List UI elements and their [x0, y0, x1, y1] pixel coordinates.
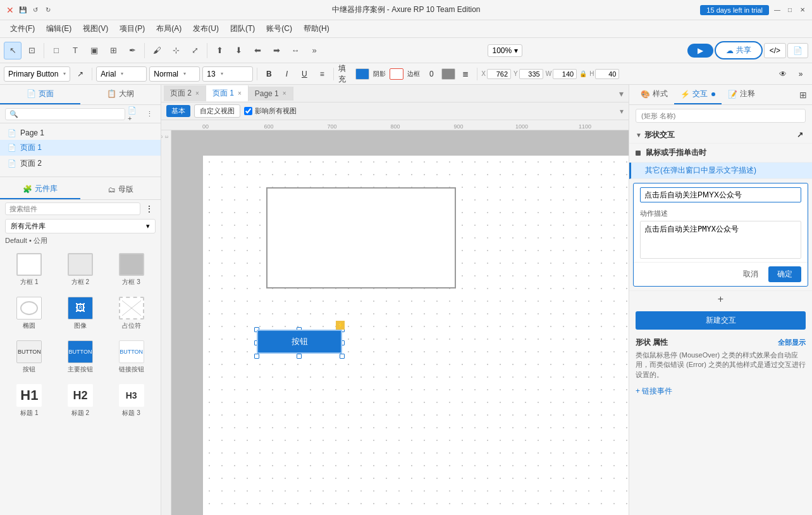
share-button[interactable]: ☁ 共享: [715, 41, 763, 59]
canvas-tab-page2-close[interactable]: ×: [195, 90, 199, 97]
format-tool[interactable]: ⊹: [167, 42, 185, 59]
select-tool[interactable]: ↖: [4, 42, 22, 59]
widget-type-selector[interactable]: Primary Button ▾: [4, 66, 70, 82]
menu-view[interactable]: 视图(V): [78, 22, 113, 36]
shadow-color-picker[interactable]: [390, 68, 403, 80]
handle-br[interactable]: [340, 354, 345, 359]
align-top[interactable]: ⬆: [211, 42, 228, 59]
underline-button[interactable]: U: [297, 66, 312, 82]
font-style-selector[interactable]: Normal ▾: [149, 66, 200, 82]
x-value[interactable]: 762: [487, 69, 511, 79]
font-selector[interactable]: Arial ▾: [96, 66, 147, 82]
undo-icon[interactable]: ↺: [30, 5, 40, 15]
bold-button[interactable]: B: [261, 66, 276, 82]
menu-file[interactable]: 文件(F): [5, 22, 40, 36]
show-all-button[interactable]: 全部显示: [778, 338, 806, 347]
canvas-more-button[interactable]: ▾: [620, 107, 624, 116]
list-button[interactable]: ≡: [314, 66, 329, 82]
canvas-tab-page1-en[interactable]: Page 1 ×: [249, 87, 293, 101]
library-dropdown[interactable]: 所有元件库 ▾: [5, 219, 156, 233]
align-bottom[interactable]: ⬇: [230, 42, 247, 59]
menu-edit[interactable]: 编辑(E): [41, 22, 77, 36]
comp-box1[interactable]: 方框 1: [5, 249, 54, 290]
pages-tab[interactable]: 📄 页面: [0, 85, 80, 104]
w-value[interactable]: 140: [553, 69, 577, 79]
more-properties-icon[interactable]: »: [793, 66, 808, 82]
interaction-tab[interactable]: ⚡ 交互: [674, 85, 722, 104]
handle-bl[interactable]: [254, 354, 259, 359]
interaction-badge[interactable]: ⚡: [336, 321, 345, 330]
align-left[interactable]: ⬅: [249, 42, 266, 59]
canvas-tab-page1-en-close[interactable]: ×: [283, 90, 286, 97]
page-item-page1-cn[interactable]: 📄 页面 1: [0, 140, 161, 156]
minimize-button[interactable]: —: [773, 6, 782, 15]
save-icon[interactable]: 💾: [18, 5, 28, 15]
canvas-rectangle[interactable]: [266, 187, 456, 289]
canvas-tab-page1[interactable]: 页面 1 ×: [206, 85, 249, 101]
widget-tool[interactable]: ▣: [85, 42, 103, 59]
canvas-tabs-more[interactable]: ▾: [614, 89, 629, 99]
masters-tab[interactable]: 🗂 母版: [80, 180, 161, 199]
text-tool[interactable]: T: [66, 42, 84, 59]
new-interaction-button[interactable]: 新建交互: [636, 311, 806, 330]
menu-team[interactable]: 团队(T): [225, 22, 260, 36]
brush-tool[interactable]: 🖌: [148, 42, 166, 59]
preview-button[interactable]: ▶: [687, 44, 713, 58]
redo-icon[interactable]: ↻: [43, 5, 53, 15]
trial-badge[interactable]: 15 days left in trial: [700, 5, 769, 15]
more-tools[interactable]: »: [305, 42, 323, 59]
export-icon[interactable]: ↗: [794, 129, 806, 140]
popup-cancel-button[interactable]: 取消: [738, 266, 763, 282]
action-item-selected[interactable]: 其它(在弹出窗口中显示文字描述): [629, 163, 812, 179]
y-value[interactable]: 335: [519, 69, 543, 79]
comp-library-tab[interactable]: 🧩 元件库: [0, 180, 80, 199]
page-item-page1[interactable]: 📄 Page 1: [0, 126, 161, 140]
comp-primary-button[interactable]: BUTTON 主要按钮: [56, 337, 105, 378]
comp-h1[interactable]: H1 标题 1: [5, 380, 54, 421]
handle-bm[interactable]: [297, 354, 302, 359]
resize-tool[interactable]: ⤢: [186, 42, 204, 59]
style-tab[interactable]: 🎨 样式: [634, 85, 674, 104]
italic-button[interactable]: I: [279, 66, 294, 82]
widget-type-icon[interactable]: ↗: [73, 66, 88, 82]
font-size-selector[interactable]: 13 ▾: [202, 66, 253, 82]
fill-color-picker[interactable]: [355, 68, 369, 80]
comp-box2[interactable]: 方框 2: [56, 249, 105, 290]
distribute-h[interactable]: ↔: [286, 42, 304, 59]
comp-h2[interactable]: H2 标题 2: [56, 380, 105, 421]
comp-image[interactable]: 🖼 图像: [56, 293, 105, 334]
popup-textarea[interactable]: 点击后自动关注PMYX公众号: [640, 221, 801, 259]
menu-project[interactable]: 项目(P): [114, 22, 150, 36]
maximize-button[interactable]: □: [785, 6, 794, 15]
publish-button[interactable]: 📄: [787, 43, 808, 58]
border-color-picker[interactable]: [441, 68, 455, 80]
menu-account[interactable]: 账号(C): [261, 22, 297, 36]
panel-extra-button[interactable]: ⊞: [799, 90, 807, 100]
comp-h3[interactable]: H3 标题 3: [107, 380, 156, 421]
page-list-more[interactable]: ⋮: [143, 108, 156, 120]
add-page-button[interactable]: 📄+: [128, 108, 140, 120]
outline-tab[interactable]: 📋 大纲: [80, 85, 161, 104]
note-tab[interactable]: 📝 注释: [722, 85, 761, 104]
text-align-icon[interactable]: ≣: [458, 66, 473, 82]
select-shape-tool[interactable]: ⊡: [23, 42, 40, 59]
menu-help[interactable]: 帮助(H): [298, 22, 335, 36]
shape-name-input[interactable]: [636, 109, 806, 123]
canvas-tab-page2[interactable]: 页面 2 ×: [164, 85, 206, 101]
lock-icon[interactable]: 🔒: [579, 70, 587, 77]
popup-title-input[interactable]: [640, 187, 801, 202]
visibility-icon[interactable]: 👁: [775, 66, 790, 82]
comp-ellipse[interactable]: 椭圆: [5, 293, 54, 334]
comp-placeholder[interactable]: 占位符: [107, 293, 156, 334]
canvas-scroll[interactable]: ⚡ 按钮: [171, 130, 629, 515]
h-value[interactable]: 40: [595, 69, 619, 79]
menu-publish[interactable]: 发布(U): [188, 22, 224, 36]
custom-view-button[interactable]: 自定义视图: [194, 104, 240, 118]
page-search[interactable]: 🔍: [5, 108, 125, 120]
window-close-button[interactable]: ✕: [798, 6, 807, 15]
link-event-button[interactable]: + 链接事件: [629, 383, 812, 399]
comp-more-button[interactable]: ⋮: [143, 202, 156, 215]
menu-layout[interactable]: 布局(A): [151, 22, 187, 36]
comp-search-input[interactable]: [5, 202, 140, 215]
close-icon[interactable]: ✕: [5, 5, 15, 15]
